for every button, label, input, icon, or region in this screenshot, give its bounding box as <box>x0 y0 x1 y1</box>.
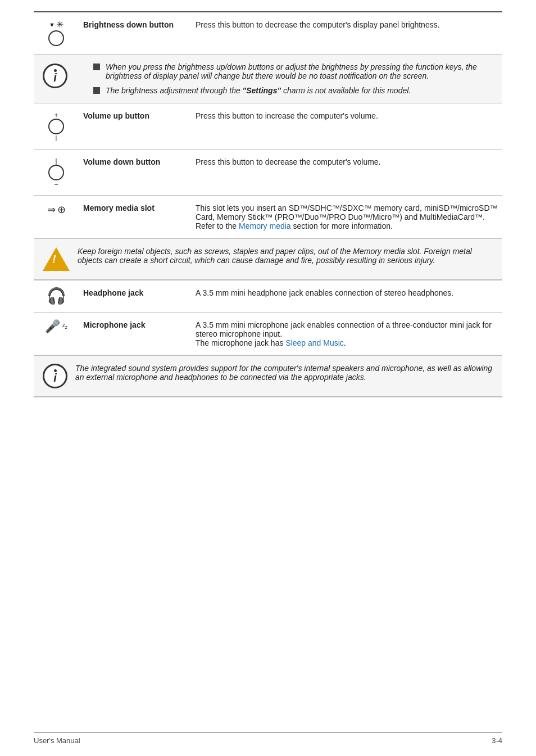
sound-info-i: i <box>53 372 57 384</box>
memory-desc: This slot lets you insert an SD™/SDHC™/S… <box>191 196 502 239</box>
warning-text: Keep foreign metal objects, such as scre… <box>78 247 493 265</box>
volume-up-desc-text: Press this button to increase the comput… <box>196 111 378 120</box>
warning-triangle <box>43 247 70 271</box>
volume-up-circle <box>48 119 64 134</box>
bullet-1 <box>93 64 100 70</box>
microphone-desc: A 3.5 mm mini microphone jack enables co… <box>191 313 502 356</box>
brightness-down-icon-cell: ▼✳ <box>34 12 79 55</box>
volume-down-desc-text: Press this button to decrease the comput… <box>196 157 381 166</box>
volume-minus-tick: – <box>54 181 58 187</box>
footer-right: 3-4 <box>492 736 502 745</box>
brightness-note-content: When you press the brightness up/down bu… <box>79 55 502 103</box>
microphone-desc-text: A 3.5 mm mini microphone jack enables co… <box>196 320 492 347</box>
settings-charm-text: "Settings" <box>243 86 281 95</box>
brightness-down-desc-text: Press this button to decrease the comput… <box>196 20 440 29</box>
warning-note: Keep foreign metal objects, such as scre… <box>34 239 502 280</box>
memory-label-text: Memory media slot <box>83 203 155 212</box>
sound-info-note: i The integrated sound system provides s… <box>34 356 502 397</box>
memory-arrows: ⇒ ⊕ <box>47 204 65 215</box>
brightness-down-desc: Press this button to decrease the comput… <box>191 12 502 55</box>
note-icon-cell: i <box>34 55 79 103</box>
memory-label: Memory media slot <box>79 196 191 239</box>
volume-down-label: Volume down button <box>79 150 191 196</box>
note-item-2-text: The brightness adjustment through the "S… <box>106 86 411 95</box>
sound-note-text: The integrated sound system provides sup… <box>75 364 493 382</box>
minus-sign: | <box>55 157 57 165</box>
memory-icon: ⇒ ⊕ <box>38 203 74 216</box>
headphone-desc-text: A 3.5 mm mini headphone jack enables con… <box>196 288 453 297</box>
microphone-row: 🎤 zz Microphone jack A 3.5 mm mini micro… <box>34 313 502 356</box>
memory-desc-text: This slot lets you insert an SD™/SDHC™/S… <box>196 203 498 230</box>
headphone-icon-cell: 🎧 <box>34 280 79 313</box>
memory-media-row: ⇒ ⊕ Memory media slot This slot lets you… <box>34 196 502 239</box>
sound-note-cell: i The integrated sound system provides s… <box>34 356 502 397</box>
microphone-label-text: Microphone jack <box>83 320 145 329</box>
volume-up-desc: Press this button to increase the comput… <box>191 103 502 150</box>
sleep-music-link[interactable]: Sleep and Music <box>285 338 344 347</box>
plus-sign: + <box>54 111 58 119</box>
volume-up-row: + | Volume up button Press this button t… <box>34 103 502 150</box>
mic-zzz: zz <box>62 322 67 328</box>
bullet-2 <box>93 87 100 94</box>
volume-up-label-text: Volume up button <box>83 111 149 120</box>
brightness-down-row: ▼✳ Brightness down button Press this but… <box>34 12 502 55</box>
note-item-2: The brightness adjustment through the "S… <box>93 86 493 95</box>
headphone-label-text: Headphone jack <box>83 288 143 297</box>
volume-down-icon: | – <box>38 157 74 187</box>
microphone-icon-cell: 🎤 zz <box>34 313 79 356</box>
note-item-1: When you press the brightness up/down bu… <box>93 62 493 80</box>
sound-note-row: i The integrated sound system provides s… <box>34 356 502 397</box>
microphone-icon: 🎤 zz <box>38 320 74 333</box>
microphone-label: Microphone jack <box>79 313 191 356</box>
footer-left: User's Manual <box>34 736 80 745</box>
warning-icon <box>43 247 70 271</box>
mic-symbol: 🎤 <box>45 319 60 333</box>
volume-up-icon-cell: + | <box>34 103 79 150</box>
volume-down-icon-cell: | – <box>34 150 79 196</box>
brightness-down-label: Brightness down button <box>79 12 191 55</box>
headphone-label: Headphone jack <box>79 280 191 313</box>
volume-up-icon: + | <box>38 111 74 141</box>
memory-warning-row: Keep foreign metal objects, such as scre… <box>34 239 502 280</box>
info-icon: i <box>43 64 67 88</box>
volume-down-desc: Press this button to decrease the comput… <box>191 150 502 196</box>
brightness-down-label-text: Brightness down button <box>83 20 174 29</box>
headphone-symbol: 🎧 <box>47 287 66 305</box>
volume-tick: | <box>56 135 57 141</box>
sound-info-icon: i <box>43 364 67 388</box>
headphone-icon: 🎧 <box>38 288 74 304</box>
volume-down-circle <box>48 165 64 180</box>
brightness-note-row: i When you press the brightness up/down … <box>34 55 502 103</box>
memory-media-link[interactable]: Memory media <box>239 221 291 230</box>
volume-down-label-text: Volume down button <box>83 157 160 166</box>
page-footer: User's Manual 3-4 <box>34 732 502 745</box>
brightness-down-icon: ▼✳ <box>38 20 74 46</box>
volume-up-label: Volume up button <box>79 103 191 150</box>
headphone-desc: A 3.5 mm mini headphone jack enables con… <box>191 280 502 313</box>
brightness-circle <box>48 30 64 46</box>
note-item-1-text: When you press the brightness up/down bu… <box>106 62 493 80</box>
memory-icon-cell: ⇒ ⊕ <box>34 196 79 239</box>
volume-down-row: | – Volume down button Press this button… <box>34 150 502 196</box>
content-table: ▼✳ Brightness down button Press this but… <box>34 12 502 397</box>
memory-warning-cell: Keep foreign metal objects, such as scre… <box>34 239 502 280</box>
headphone-row: 🎧 Headphone jack A 3.5 mm mini headphone… <box>34 280 502 313</box>
